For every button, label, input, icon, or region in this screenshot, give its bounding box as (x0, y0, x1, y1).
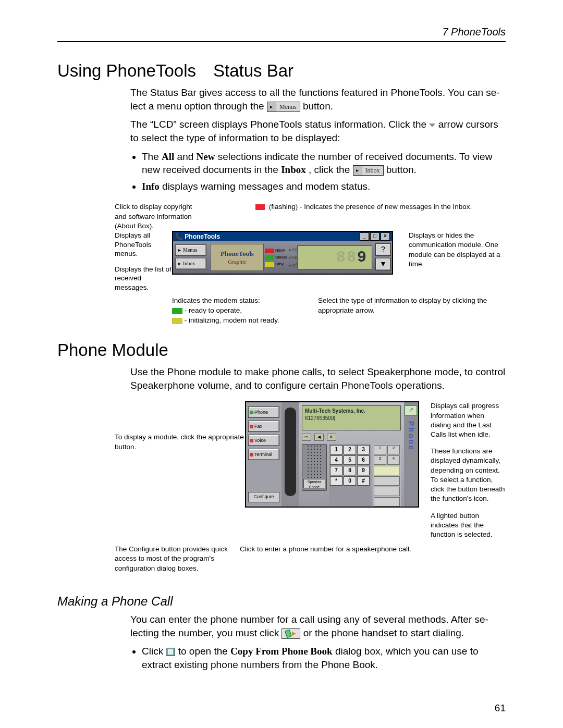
callout-lit-button: A lighted button indicates that the func… (431, 511, 506, 540)
dial-inline-icon[interactable] (282, 628, 300, 639)
making-call-p1: You can enter the phone number for a cal… (130, 613, 506, 639)
ready-status-icon (172, 308, 182, 314)
new-flashing-icon (255, 204, 265, 210)
figure-phone-module: To display a module, click the appropria… (57, 401, 506, 573)
number-entry-field[interactable]: 6127853500| (305, 415, 398, 422)
statusbar-titlebar: 📞 PhoneTools _ □ × (173, 232, 392, 241)
inbox-button[interactable]: ▸Inbox (175, 258, 206, 269)
key-2[interactable]: 2 (344, 445, 356, 454)
tab-voice[interactable]: Voice (248, 435, 279, 446)
stby-indicator: Stby (265, 261, 288, 267)
callout-number-entry: Click to enter a phone number for a spea… (235, 545, 506, 573)
close-icon[interactable]: × (381, 232, 390, 241)
lcd-display: 889 (297, 245, 372, 269)
callout-configure: The Configure button provides quick acce… (115, 545, 235, 573)
inbox-inline-arrow-icon: ▸ (353, 166, 362, 175)
phonebook-inline-icon[interactable] (166, 648, 175, 656)
callout-modem-status: Indicates the modem status: - ready to o… (172, 296, 297, 326)
info-select-all[interactable]: ▸All (289, 246, 296, 253)
info-select-new[interactable]: ▸New (289, 254, 296, 261)
minimize-icon[interactable]: _ (360, 232, 369, 241)
speaker-grille: Speaker Phone (302, 444, 327, 491)
statusbar-window: 📞 PhoneTools _ □ × ▸Menus ▸Inbox PhoneT (172, 231, 393, 275)
dial-keypad: 1 2 3 4 5 6 7 8 9 * 0 # (329, 444, 371, 508)
key-6[interactable]: 6 (357, 455, 370, 465)
key-7[interactable]: 7 (330, 466, 342, 475)
key-1[interactable]: 1 (330, 445, 342, 454)
key-0[interactable]: 0 (344, 476, 356, 486)
func-1[interactable]: 1 (374, 445, 386, 454)
configure-button[interactable]: Configure (248, 492, 279, 502)
tab-phone[interactable]: Phone (248, 406, 279, 418)
callout-dynamic-functions: These functions are displayed dynamicall… (431, 447, 506, 503)
chapter-label: 7 PhoneTools (442, 26, 506, 38)
statusbar-intro-1: The Status Bar gives access to all the f… (130, 86, 506, 113)
section-title-statusbar: Using PhoneTools Status Bar (57, 61, 506, 81)
key-5[interactable]: 5 (344, 455, 356, 465)
callout-module-toggle: Displays or hides the communication mod­… (393, 231, 506, 269)
menus-button[interactable]: ▸Menus (175, 244, 206, 256)
statusbar-bullet-all-new: The All and New selections indicate the … (142, 150, 506, 177)
callout-menus: Displays all PhoneTools menus. (115, 231, 172, 258)
menus-inline-button[interactable]: ▸ Menus (267, 102, 300, 112)
phonebook-shortcut-icon[interactable]: ▭ (302, 434, 311, 441)
info-select-info[interactable]: ▸Info (289, 262, 296, 268)
statusbar-intro-2: The “LCD” screen displays PhoneTools sta… (130, 118, 506, 144)
callout-aboutbox: Click to display copyright and software … (115, 202, 203, 231)
handset-icon[interactable] (282, 402, 299, 507)
module-toggle-button[interactable]: ▼ (375, 258, 391, 270)
key-star[interactable]: * (330, 476, 342, 486)
page-header: 7 PhoneTools (57, 26, 506, 42)
callout-new-flashing: (flashing) - Indicates the presence of n… (203, 202, 474, 231)
making-call-bullet-phonebook: Click to open the Copy From Phone Book d… (142, 645, 506, 671)
key-8[interactable]: 8 (344, 466, 356, 475)
figure-statusbar: Click to display copyright and software … (57, 202, 506, 326)
phone-vertical-label: Phone (406, 421, 416, 451)
section-title-phone-module: Phone Module (57, 340, 506, 360)
statusbar-bullet-info: Info displays warning messages and modem… (142, 180, 506, 193)
key-hash[interactable]: # (357, 476, 370, 486)
arrow-cursor-icon (429, 124, 435, 127)
phone-panel: Phone Fax Voice Terminal Configure Multi… (245, 401, 419, 508)
func-2[interactable]: 2 (387, 445, 400, 454)
volume-icon[interactable]: ◀ (314, 434, 324, 441)
speakerphone-button[interactable]: Speaker Phone (303, 479, 325, 488)
call-progress-display: Multi-Tech Systems, Inc. 6127853500| (302, 405, 401, 430)
status-indicator: Status (265, 254, 288, 261)
mute-icon[interactable]: ✕ (327, 434, 336, 441)
phone-module-intro: Use the Phone module to make phone calls… (130, 365, 506, 392)
init-status-icon (172, 318, 182, 324)
key-9[interactable]: 9 (357, 466, 370, 475)
func-slot-lit[interactable] (374, 466, 400, 475)
dial-button[interactable]: ↗ (405, 405, 417, 416)
tab-terminal[interactable]: Terminal (248, 449, 279, 460)
inbox-inline-button[interactable]: ▸ Inbox (353, 165, 384, 176)
maximize-icon[interactable]: □ (370, 232, 380, 241)
page-number: 61 (57, 702, 506, 714)
func-4[interactable]: 4 (387, 455, 400, 465)
callout-call-progress: Displays call progress infor­mation when… (431, 401, 506, 439)
tab-fax[interactable]: Fax (248, 421, 279, 432)
new-indicator: NEW (265, 248, 288, 254)
func-slot-a[interactable] (374, 476, 400, 486)
callout-module-tabs: To display a module, click the appropria… (57, 401, 245, 451)
callout-info-arrows: Select the type of information to displa… (297, 296, 506, 326)
help-button[interactable]: ? (375, 243, 391, 256)
func-slot-c[interactable] (374, 497, 400, 507)
function-column: 1 2 3 4 (373, 444, 401, 508)
key-4[interactable]: 4 (330, 455, 342, 465)
section-title-making-call: Making a Phone Call (57, 594, 506, 609)
func-slot-b[interactable] (374, 487, 400, 496)
callout-inbox-list: Displays the list of received messages. (115, 265, 172, 292)
phonetools-logo[interactable]: PhoneTools Graphic (211, 244, 264, 271)
menus-inline-arrow-icon: ▸ (267, 102, 276, 112)
func-3[interactable]: 3 (374, 455, 386, 465)
key-3[interactable]: 3 (357, 445, 370, 454)
